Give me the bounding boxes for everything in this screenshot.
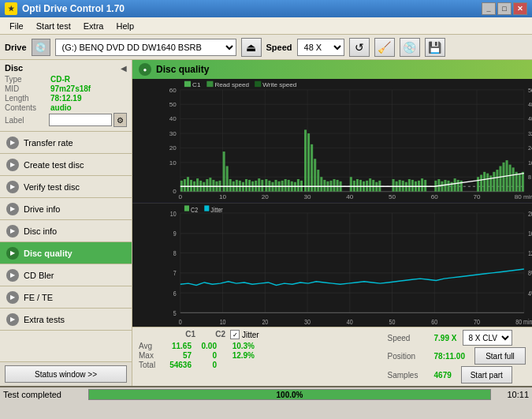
eject-button[interactable]: ⏏ [241,38,262,57]
svg-text:6: 6 [173,290,177,297]
jitter-label: Jitter [242,331,259,339]
left-panel: Disc ◀ Type CD-R MID 97m27s18f Length 78… [0,60,132,386]
start-part-button[interactable]: Start part [461,366,512,383]
length-value: 78:12.19 [50,94,81,103]
disc-label-settings-icon[interactable]: ⚙ [113,113,127,127]
svg-text:8: 8 [173,249,177,257]
nav-item-disc-info[interactable]: ▶ Disc info [0,220,132,242]
nav-item-cd-bler[interactable]: ▶ CD Bler [0,264,132,286]
svg-rect-58 [212,180,214,192]
svg-text:Jitter: Jitter [210,206,223,214]
svg-rect-125 [454,178,456,192]
svg-rect-74 [265,179,267,192]
avg-jitter: 10.3% [226,342,255,350]
disc-quality-icon: ▶ [6,247,19,260]
svg-rect-104 [369,178,371,192]
nav-items: ▶ Transfer rate ▶ Create test disc ▶ Ver… [0,132,132,361]
type-value: CD-R [50,75,70,84]
nav-item-disc-quality[interactable]: ▶ Disc quality [0,242,132,264]
avg-label: Avg [139,342,162,350]
svg-rect-56 [206,179,208,192]
menu-start-test[interactable]: Start test [30,20,77,32]
svg-rect-77 [274,180,277,192]
disc-label-input[interactable] [49,114,112,126]
charts-container: 60 50 40 30 20 10 0 56 X 48 X 40 X 32 X … [132,79,532,327]
status-window-button[interactable]: Status window >> [5,365,127,383]
nav-item-drive-info[interactable]: ▶ Drive info [0,198,132,220]
menu-file[interactable]: File [3,20,30,32]
minimize-button[interactable]: _ [482,2,496,15]
svg-rect-138 [509,165,512,192]
save-button[interactable]: 💾 [425,38,445,57]
svg-text:50: 50 [389,318,396,326]
svg-rect-121 [441,181,443,192]
menu-extra[interactable]: Extra [77,20,110,32]
close-button[interactable]: ✕ [513,2,527,15]
svg-rect-108 [392,179,395,192]
start-full-button[interactable]: Start full [474,347,526,365]
nav-label-disc-info: Disc info [24,226,57,236]
svg-rect-41 [184,81,191,87]
mid-label: MID [5,84,50,93]
contents-label: Contents [5,103,50,112]
svg-text:16 X: 16 X [528,160,532,166]
svg-text:48 X: 48 X [528,102,532,107]
menu-bar: File Start test Extra Help [0,17,532,35]
speed-select[interactable]: 48 X [297,39,344,56]
svg-text:60: 60 [431,318,437,326]
svg-rect-69 [248,180,251,192]
disc-expand-icon[interactable]: ◀ [121,64,127,73]
svg-text:40: 40 [347,318,353,326]
svg-text:60: 60 [431,193,438,200]
svg-rect-45 [255,81,261,87]
svg-text:80 min: 80 min [515,318,532,326]
erase-button[interactable]: 🧹 [374,38,395,57]
svg-text:12%: 12% [528,249,532,257]
drive-icon: 💿 [32,39,50,56]
status-time: 10:11 [497,390,529,399]
nav-item-verify-test-disc[interactable]: ▶ Verify test disc [0,176,132,198]
svg-rect-63 [229,179,232,192]
extra-tests-icon: ▶ [6,313,19,326]
svg-rect-101 [359,180,362,192]
svg-text:40: 40 [169,116,177,123]
nav-item-extra-tests[interactable]: ▶ Extra tests [0,309,132,331]
maximize-button[interactable]: □ [497,2,512,15]
svg-text:9: 9 [173,230,177,238]
svg-rect-92 [323,180,326,192]
menu-help[interactable]: Help [110,20,140,32]
svg-rect-134 [496,170,498,192]
jitter-checkbox[interactable]: ✓ [230,330,240,339]
nav-item-fe-te[interactable]: ▶ FE / TE [0,286,132,309]
svg-rect-65 [236,180,238,192]
nav-item-create-test-disc[interactable]: ▶ Create test disc [0,154,132,176]
disc-button[interactable]: 💿 [400,38,420,57]
refresh-button[interactable]: ↺ [349,38,370,57]
svg-text:20: 20 [169,145,177,152]
svg-rect-51 [190,180,192,192]
status-bar: Test completed 100.0% 10:11 [0,386,532,402]
svg-rect-142 [522,172,524,192]
main-content: Disc ◀ Type CD-R MID 97m27s18f Length 78… [0,60,532,386]
svg-rect-141 [519,174,521,192]
svg-rect-113 [408,179,411,192]
svg-rect-53 [196,178,199,192]
progress-container: 100.0% [88,389,491,400]
drive-select[interactable]: (G:) BENQ DVD DD DW1640 BSRB [55,39,236,56]
svg-rect-80 [285,179,287,192]
svg-rect-122 [444,180,446,192]
max-label: Max [139,351,162,360]
svg-rect-50 [187,177,189,191]
max-c2: 0 [193,351,217,360]
svg-rect-91 [320,177,322,191]
disc-label-label: Label [5,116,49,125]
svg-rect-96 [337,180,339,192]
svg-text:5: 5 [173,309,177,317]
svg-text:32 X: 32 X [528,131,532,137]
svg-text:20: 20 [262,193,269,200]
speed-dropdown[interactable]: 8 X CLV [463,330,512,346]
nav-item-transfer-rate[interactable]: ▶ Transfer rate [0,132,132,154]
svg-rect-135 [499,166,501,191]
svg-rect-105 [372,180,374,192]
svg-rect-88 [311,144,313,192]
